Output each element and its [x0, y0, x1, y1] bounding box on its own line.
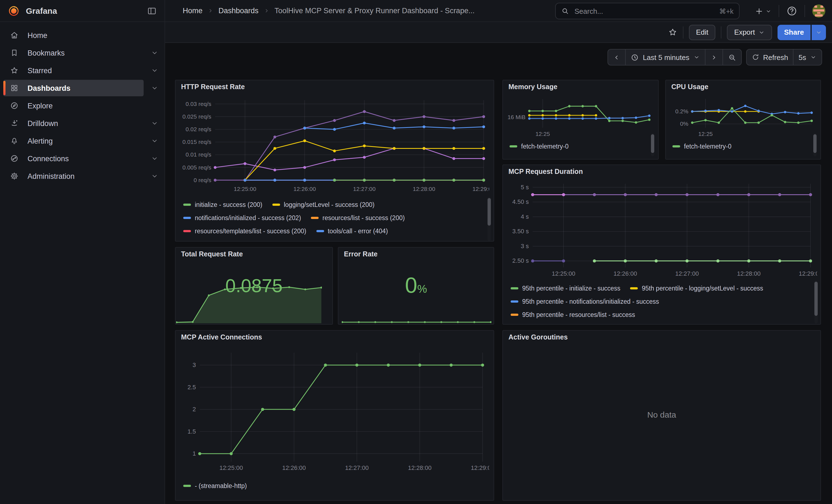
cpu-usage-chart[interactable]: 12:250.2%0%: [667, 94, 816, 136]
sidebar-item-connections[interactable]: Connections: [0, 150, 164, 167]
legend-item[interactable]: resources/templates/list - success (200): [183, 228, 306, 234]
legend-item[interactable]: 95th percentile - resources/list - succe…: [511, 312, 635, 318]
panel-title[interactable]: Total Request Rate: [181, 250, 243, 258]
edit-button[interactable]: Edit: [689, 25, 716, 40]
search-shortcut: ⌘+k: [719, 7, 733, 15]
breadcrumb-item[interactable]: Dashboards: [218, 7, 259, 15]
legend-item[interactable]: - (streamable-http): [183, 482, 247, 489]
sidebar-item-highlight: [3, 133, 144, 149]
share-chevron-button[interactable]: [812, 25, 826, 40]
legend-item[interactable]: 95th percentile - logging/setLevel - suc…: [630, 285, 763, 292]
sidebar-item-explore[interactable]: Explore: [0, 97, 164, 114]
sidebar-item-administration[interactable]: Administration: [0, 167, 164, 185]
zoom-out-button[interactable]: [723, 49, 742, 65]
sidebar-item-highlight: [3, 150, 144, 167]
svg-text:2.50 s: 2.50 s: [512, 257, 529, 264]
star-favorite-icon[interactable]: [668, 27, 677, 37]
legend-swatch: [316, 230, 324, 232]
sidebar-item-dashboards[interactable]: Dashboards: [0, 79, 164, 97]
legend-label: 95th percentile - logging/setLevel - suc…: [642, 285, 763, 292]
legend-swatch: [630, 287, 638, 289]
legend-item[interactable]: 95th percentile - initialize - success: [511, 285, 620, 292]
legend-row: 95th percentile - initialize - success95…: [511, 282, 805, 295]
time-controls: Last 5 minutes Refresh 5s: [607, 49, 822, 65]
panel-title[interactable]: MCP Active Connections: [181, 334, 262, 341]
legend-item[interactable]: initialize - success (200): [183, 202, 262, 208]
panel-title[interactable]: Memory Usage: [509, 83, 557, 91]
scrollbar-thumb[interactable]: [488, 198, 491, 226]
svg-text:16 MiB: 16 MiB: [508, 114, 525, 120]
http-request-rate-chart[interactable]: 12:25:0012:26:0012:27:0012:28:0012:29:00…: [178, 94, 489, 196]
legend-swatch: [510, 145, 517, 148]
error-rate-sparkline: [342, 316, 491, 323]
avatar[interactable]: [812, 4, 825, 18]
share-button[interactable]: Share: [778, 25, 810, 40]
export-button[interactable]: Export: [727, 25, 772, 40]
legend-swatch: [183, 485, 191, 487]
share-split-button: Share: [778, 25, 826, 40]
sidebar-item-home[interactable]: Home: [0, 26, 164, 44]
svg-text:0.015 req/s: 0.015 req/s: [182, 139, 211, 145]
help-icon[interactable]: [786, 5, 797, 17]
panel-title[interactable]: Active Goroutines: [509, 334, 568, 341]
legend-item[interactable]: tools/call - success (200): [183, 241, 264, 242]
scrollbar-thumb[interactable]: [813, 134, 816, 153]
scrollbar-thumb[interactable]: [814, 282, 818, 316]
mcp-active-connections-chart[interactable]: 12:25:0012:26:0012:27:0012:28:0012:29:00…: [178, 345, 489, 477]
panel-title[interactable]: HTTP Request Rate: [181, 83, 245, 91]
chevron-down-icon: [815, 29, 822, 35]
svg-text:12:26:00: 12:26:00: [293, 186, 316, 192]
scrollbar-thumb[interactable]: [651, 134, 654, 153]
time-shift-forward-button[interactable]: [705, 49, 723, 65]
legend-label: 95th percentile - notifications/initiali…: [522, 298, 659, 305]
svg-text:0%: 0%: [680, 121, 688, 127]
sidebar-item-alerting[interactable]: Alerting: [0, 132, 164, 150]
sidebar-item-bookmarks[interactable]: Bookmarks: [0, 44, 164, 62]
time-range-picker[interactable]: Last 5 minutes: [626, 49, 705, 65]
legend-swatch: [272, 204, 280, 206]
panel-title[interactable]: CPU Usage: [671, 83, 708, 91]
star-icon: [10, 66, 19, 75]
legend-row: 95th percentile - resources/list - succe…: [511, 308, 805, 321]
svg-text:12:28:00: 12:28:00: [408, 465, 432, 471]
legend-swatch: [672, 145, 680, 148]
legend-item[interactable]: fetch-telemetry-0: [510, 143, 569, 150]
grafana-logo-icon[interactable]: [8, 5, 20, 17]
add-button[interactable]: [754, 6, 772, 16]
sidebar-item-starred[interactable]: Starred: [0, 62, 164, 79]
dock-sidebar-icon[interactable]: [147, 6, 157, 16]
search-icon: [561, 7, 569, 15]
panel-title[interactable]: Error Rate: [344, 250, 378, 258]
legend-item[interactable]: 95th percentile - notifications/initiali…: [511, 298, 659, 305]
panel-title[interactable]: MCP Request Duration: [509, 168, 583, 176]
refresh-button[interactable]: Refresh: [746, 49, 794, 65]
memory-legend: fetch-telemetry-0: [510, 140, 642, 153]
sidebar-item-label: Starred: [27, 66, 52, 75]
legend-item[interactable]: fetch-telemetry-0: [672, 143, 732, 150]
legend-item[interactable]: tools/list - success (200): [274, 241, 354, 242]
search-box[interactable]: ⌘+k: [555, 3, 739, 19]
memory-usage-chart[interactable]: 12:2516 MiB: [504, 94, 654, 136]
breadcrumb: HomeDashboardsToolHive MCP Server & Prox…: [165, 7, 475, 15]
breadcrumb-item[interactable]: Home: [183, 7, 203, 15]
legend-item[interactable]: tools/call - error (404): [316, 228, 388, 234]
search-input[interactable]: [573, 6, 715, 16]
legend-label: fetch-telemetry-0: [521, 143, 569, 150]
connections-icon: [10, 154, 19, 163]
refresh-interval-picker[interactable]: 5s: [794, 49, 822, 65]
breadcrumb-item: ToolHive MCP Server & Proxy Runner Dashb…: [275, 7, 475, 15]
legend-item[interactable]: notifications/initialized - success (202…: [183, 215, 301, 221]
legend-swatch: [183, 217, 191, 219]
stat-value: 0.0875: [176, 275, 332, 297]
legend-item[interactable]: logging/setLevel - success (200): [272, 202, 374, 208]
mcp-request-duration-chart[interactable]: 12:25:0012:26:0012:27:0012:28:0012:29:00…: [505, 177, 817, 282]
svg-text:12:27:00: 12:27:00: [353, 186, 375, 192]
legend-label: - (streamable-http): [195, 482, 247, 489]
chevron-down-icon: [151, 172, 158, 180]
time-shift-back-button[interactable]: [607, 49, 626, 65]
svg-text:4 s: 4 s: [521, 213, 529, 220]
legend-item[interactable]: unknown - success (200): [364, 241, 446, 242]
legend-item[interactable]: resources/list - success (200): [311, 215, 405, 221]
sidebar-item-label: Connections: [27, 154, 69, 163]
sidebar-item-drilldown[interactable]: Drilldown: [0, 114, 164, 132]
